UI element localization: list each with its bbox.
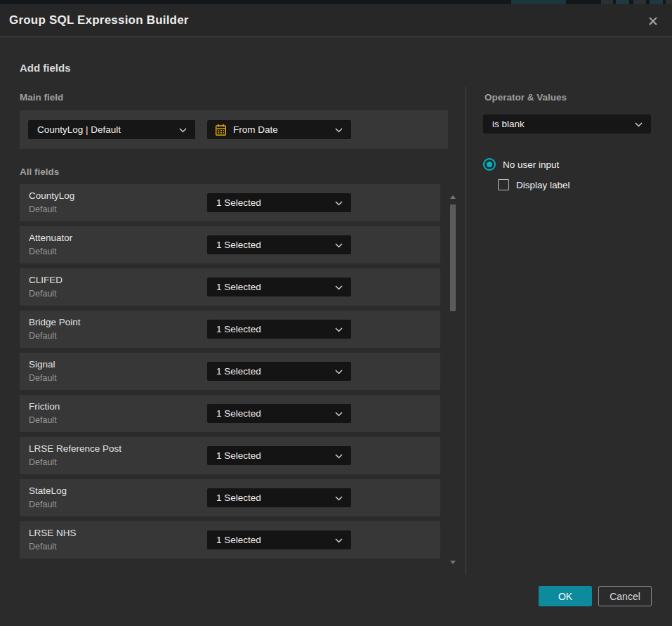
field-row: Bridge Point Default 1 Selected bbox=[20, 311, 440, 348]
field-name: CLIFED bbox=[29, 275, 62, 285]
all-fields-label: All fields bbox=[20, 167, 59, 177]
chevron-down-icon bbox=[179, 128, 187, 133]
field-selected-value: 1 Selected bbox=[207, 535, 261, 545]
field-selected-dropdown[interactable]: 1 Selected bbox=[207, 530, 351, 549]
scroll-up-icon[interactable] bbox=[450, 195, 456, 199]
chevron-down-icon bbox=[335, 128, 343, 133]
chevron-down-icon bbox=[335, 243, 343, 248]
chevron-down-icon bbox=[335, 496, 343, 501]
field-subtitle: Default bbox=[29, 457, 57, 467]
group-sql-expression-builder-dialog: Group SQL Expression Builder ✕ Add field… bbox=[0, 4, 672, 626]
checkbox-label: Display label bbox=[516, 180, 570, 190]
display-label-checkbox[interactable]: Display label bbox=[498, 179, 570, 190]
scrollbar-thumb[interactable] bbox=[450, 204, 456, 311]
field-selected-value: 1 Selected bbox=[207, 493, 261, 503]
field-subtitle: Default bbox=[29, 331, 57, 341]
field-selected-value: 1 Selected bbox=[207, 366, 261, 377]
field-name: StateLog bbox=[29, 485, 67, 496]
field-row: CLIFED Default 1 Selected bbox=[20, 268, 440, 306]
panel-divider bbox=[466, 87, 466, 575]
field-selected-dropdown[interactable]: 1 Selected bbox=[207, 488, 351, 507]
main-field-label: Main field bbox=[20, 92, 63, 103]
field-subtitle: Default bbox=[29, 247, 57, 256]
field-selected-value: 1 Selected bbox=[207, 408, 261, 419]
field-row: LRSE Reference Post Default 1 Selected bbox=[20, 437, 440, 474]
field-name: Friction bbox=[29, 401, 60, 412]
field-selected-value: 1 Selected bbox=[207, 324, 261, 334]
field-selected-dropdown[interactable]: 1 Selected bbox=[207, 446, 351, 465]
dialog-header: Group SQL Expression Builder ✕ bbox=[0, 4, 672, 37]
field-row: LRSE NHS Default 1 Selected bbox=[20, 521, 440, 559]
field-name: LRSE Reference Post bbox=[29, 443, 121, 454]
scroll-down-icon[interactable] bbox=[450, 561, 456, 564]
list-scrollbar[interactable] bbox=[447, 184, 458, 567]
field-select-value: From Date bbox=[233, 124, 278, 135]
field-selected-dropdown[interactable]: 1 Selected bbox=[207, 320, 351, 339]
layer-select-dropdown[interactable]: CountyLog | Default bbox=[28, 120, 195, 139]
chevron-down-icon bbox=[635, 122, 643, 127]
field-subtitle: Default bbox=[29, 373, 57, 383]
chevron-down-icon bbox=[335, 327, 343, 332]
operator-dropdown[interactable]: is blank bbox=[483, 115, 651, 133]
radio-label: No user input bbox=[503, 159, 559, 170]
field-row: CountyLog Default 1 Selected bbox=[20, 184, 440, 221]
chevron-down-icon bbox=[335, 370, 343, 374]
field-selected-value: 1 Selected bbox=[207, 240, 261, 250]
chevron-down-icon bbox=[335, 201, 343, 206]
calendar-icon bbox=[215, 124, 227, 136]
layer-select-value: CountyLog | Default bbox=[28, 124, 121, 135]
field-subtitle: Default bbox=[29, 500, 57, 509]
radio-selected-icon bbox=[483, 158, 496, 171]
dialog-title: Group SQL Expression Builder bbox=[0, 13, 189, 27]
chevron-down-icon bbox=[335, 412, 343, 417]
field-subtitle: Default bbox=[29, 204, 57, 214]
field-selected-value: 1 Selected bbox=[207, 197, 261, 208]
chevron-down-icon bbox=[335, 538, 343, 543]
field-name: Signal bbox=[29, 359, 55, 370]
add-fields-heading: Add fields bbox=[20, 62, 71, 74]
operator-values-label: Operator & Values bbox=[485, 92, 567, 103]
no-user-input-radio[interactable]: No user input bbox=[483, 158, 559, 171]
field-selected-dropdown[interactable]: 1 Selected bbox=[207, 235, 351, 254]
field-selected-dropdown[interactable]: 1 Selected bbox=[207, 193, 351, 212]
field-name: CountyLog bbox=[29, 190, 74, 201]
field-subtitle: Default bbox=[29, 542, 57, 552]
field-row: StateLog Default 1 Selected bbox=[20, 479, 440, 516]
chevron-down-icon bbox=[335, 285, 343, 290]
field-name: Bridge Point bbox=[29, 317, 81, 327]
main-field-panel: CountyLog | Default From Date bbox=[20, 110, 448, 149]
field-subtitle: Default bbox=[29, 289, 57, 299]
close-icon[interactable]: ✕ bbox=[643, 11, 664, 32]
operator-value: is blank bbox=[483, 119, 525, 129]
field-row: Friction Default 1 Selected bbox=[20, 395, 440, 432]
chevron-down-icon bbox=[335, 454, 343, 459]
field-selected-value: 1 Selected bbox=[207, 282, 261, 292]
field-row: Attenuator Default 1 Selected bbox=[20, 226, 440, 263]
cancel-button[interactable]: Cancel bbox=[598, 586, 652, 606]
field-select-dropdown[interactable]: From Date bbox=[207, 120, 351, 139]
field-selected-dropdown[interactable]: 1 Selected bbox=[207, 404, 351, 423]
field-selected-dropdown[interactable]: 1 Selected bbox=[207, 362, 351, 381]
field-row: Signal Default 1 Selected bbox=[20, 353, 440, 390]
field-name: LRSE NHS bbox=[29, 528, 77, 538]
ok-button[interactable]: OK bbox=[539, 586, 592, 606]
field-selected-dropdown[interactable]: 1 Selected bbox=[207, 278, 351, 296]
field-selected-value: 1 Selected bbox=[207, 450, 261, 461]
field-subtitle: Default bbox=[29, 415, 57, 425]
field-name: Attenuator bbox=[29, 233, 72, 243]
checkbox-unchecked-icon bbox=[498, 179, 509, 190]
